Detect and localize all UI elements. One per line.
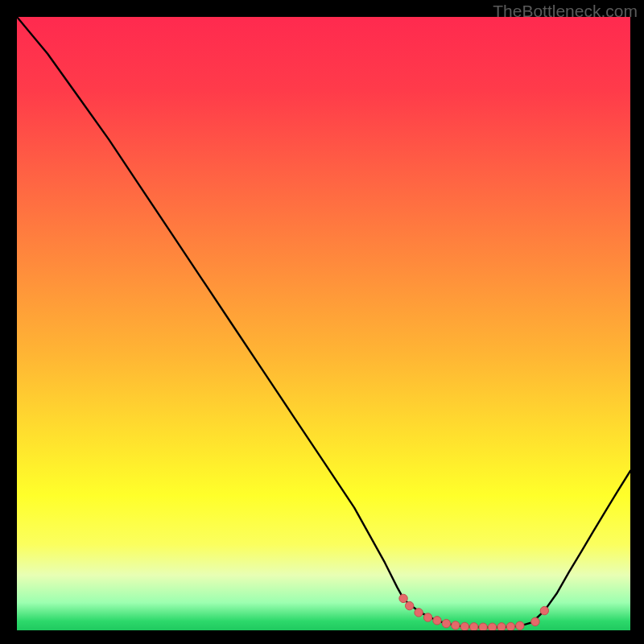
gradient-background bbox=[17, 17, 630, 630]
chart-svg bbox=[17, 17, 630, 630]
marker-dot bbox=[531, 617, 539, 625]
marker-dot bbox=[433, 617, 441, 625]
marker-dot bbox=[415, 609, 423, 617]
marker-dot bbox=[516, 621, 524, 630]
marker-dot bbox=[469, 623, 477, 630]
marker-dot bbox=[497, 623, 506, 630]
marker-dot bbox=[452, 621, 460, 630]
chart-container: TheBottleneck.com bbox=[0, 0, 644, 644]
marker-dot bbox=[540, 606, 548, 614]
marker-dot bbox=[399, 594, 407, 602]
marker-dot bbox=[506, 622, 514, 630]
marker-dot bbox=[442, 619, 450, 627]
marker-dot bbox=[405, 601, 413, 609]
marker-dot bbox=[460, 622, 469, 630]
marker-dot bbox=[479, 623, 487, 630]
watermark-text: TheBottleneck.com bbox=[493, 2, 638, 21]
marker-dot bbox=[423, 613, 431, 621]
plot-area bbox=[17, 17, 630, 630]
marker-dot bbox=[488, 623, 496, 630]
